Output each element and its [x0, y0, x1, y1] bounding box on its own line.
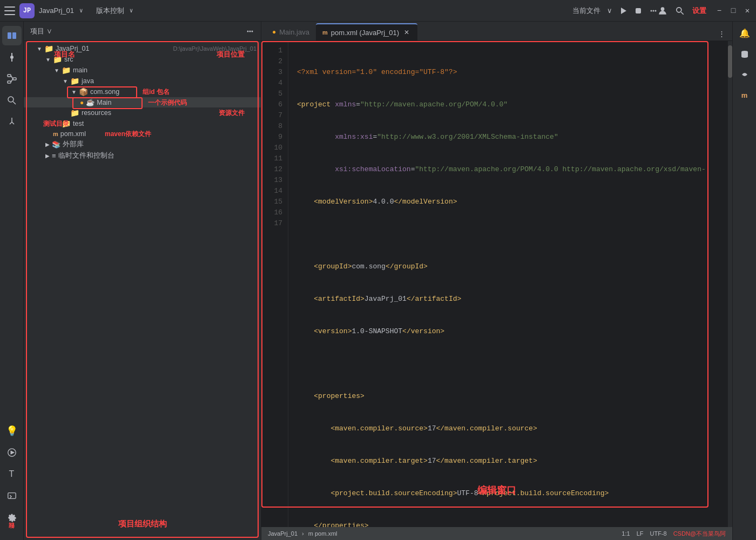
- search-icon[interactable]: [675, 6, 685, 16]
- svg-rect-15: [8, 81, 11, 83]
- hamburger-menu-icon[interactable]: [4, 6, 15, 15]
- title-bar-actions: 设置: [658, 6, 706, 16]
- sidebar-icons: 💡 T 控制台: [0, 22, 24, 540]
- minimize-button[interactable]: −: [715, 6, 724, 15]
- tab-pom-xml[interactable]: m pom.xml (JavaPrj_01) ✕: [316, 23, 417, 40]
- status-file-name: m pom.xml: [308, 530, 338, 537]
- status-watermark: CSDN@不当菜鸟阿: [673, 530, 726, 538]
- mini-scrollbar[interactable]: [728, 41, 732, 534]
- tree-item-resources[interactable]: 📁 resources 资源文件: [24, 107, 261, 118]
- profile-icon[interactable]: [658, 6, 667, 16]
- project-options-icon[interactable]: [246, 27, 254, 36]
- sidebar-item-structure[interactable]: [2, 69, 22, 89]
- svg-point-23: [247, 30, 249, 32]
- status-right: 1:1 LF UTF-8 CSDN@不当菜鸟阿: [622, 530, 726, 538]
- sidebar-bottom-section: 💡 T 控制台: [2, 421, 22, 540]
- close-button[interactable]: ✕: [743, 6, 752, 15]
- project-panel: 项目 ∨ ▼ 📁 JavaPrj_01 D:\javaPrj\JavaWeb\J…: [24, 22, 261, 540]
- sidebar-item-terminal[interactable]: [2, 486, 22, 505]
- current-file-dropdown[interactable]: ∨: [607, 6, 612, 15]
- sidebar-item-run-console[interactable]: [2, 443, 22, 462]
- tab-label-pom-xml: pom.xml (JavaPrj_01): [331, 29, 399, 37]
- right-panel: 🔔 m: [732, 22, 756, 540]
- sidebar-item-format[interactable]: T: [2, 464, 22, 484]
- svg-point-6: [677, 7, 681, 12]
- tree-item-external-libs[interactable]: ▶ 📚 外部库: [24, 139, 261, 150]
- run-icon[interactable]: [619, 6, 627, 15]
- settings-icon[interactable]: 设置: [692, 6, 706, 16]
- sidebar-item-git[interactable]: [2, 112, 22, 132]
- status-position: 1:1: [622, 530, 630, 537]
- project-panel-title: 项目 ∨: [30, 26, 241, 36]
- project-badge: JP: [19, 3, 35, 18]
- project-name-label: JavaPrj_01: [39, 6, 74, 15]
- tree-item-test[interactable]: 📁 test 测试目录: [24, 118, 261, 129]
- tree-item-main[interactable]: ▼ 📁 main: [24, 65, 261, 76]
- svg-point-5: [661, 7, 665, 11]
- code-content[interactable]: <?xml version="1.0" encoding="UTF-8"?> <…: [288, 41, 732, 534]
- vcs-label[interactable]: 版本控制: [96, 6, 124, 16]
- code-editor: 12345 678910 1112131415 1617 <?xml versi…: [261, 41, 732, 534]
- sidebar-item-project[interactable]: [2, 26, 22, 45]
- tab-more-button[interactable]: ⋮: [715, 28, 728, 40]
- mini-scrollbar-thumb[interactable]: [728, 45, 732, 78]
- tree-item-pom[interactable]: m pom.xml maven依赖文件: [24, 129, 261, 139]
- svg-rect-1: [636, 8, 641, 14]
- editor-tabs: ● Main.java m pom.xml (JavaPrj_01) ✕ ⋮: [261, 22, 732, 41]
- svg-point-4: [655, 10, 657, 11]
- svg-rect-8: [8, 32, 11, 39]
- tree-item-com-song[interactable]: ▼ 📦 com.song 组id 包名: [24, 86, 261, 97]
- svg-marker-21: [11, 451, 14, 454]
- tree-item-root-label: JavaPrj_01: [56, 45, 169, 52]
- console-label: 控制台: [5, 531, 18, 536]
- project-dropdown-icon[interactable]: ∨: [79, 7, 83, 14]
- maximize-button[interactable]: □: [729, 6, 738, 15]
- tree-item-root[interactable]: ▼ 📁 JavaPrj_01 D:\javaPrj\JavaWeb\JavaPr…: [24, 43, 261, 54]
- line-numbers: 12345 678910 1112131415 1617: [261, 41, 288, 534]
- notifications-icon[interactable]: 🔔: [737, 26, 752, 41]
- svg-marker-0: [621, 8, 626, 14]
- tree-item-java[interactable]: ▼ 📁 java: [24, 76, 261, 86]
- debug-icon[interactable]: [634, 6, 643, 15]
- svg-line-17: [11, 79, 13, 82]
- editor-area: ● Main.java m pom.xml (JavaPrj_01) ✕ ⋮ 1…: [261, 22, 732, 540]
- tab-icon-java: ●: [272, 28, 276, 36]
- main-layout: 💡 T 控制台 项目 ∨ ▼ 📁: [0, 22, 756, 540]
- project-panel-header: 项目 ∨: [24, 22, 261, 41]
- status-left: JavaPrj_01 › m pom.xml: [268, 530, 615, 537]
- gradle-icon[interactable]: [737, 67, 752, 82]
- sidebar-item-commit[interactable]: [2, 48, 22, 67]
- status-encoding: LF: [637, 530, 644, 537]
- svg-rect-9: [12, 32, 16, 39]
- title-bar-left: JP JavaPrj_01 ∨ 版本控制 ∨: [4, 3, 572, 18]
- vcs-dropdown-icon[interactable]: ∨: [130, 7, 133, 14]
- sidebar-item-settings-bottom[interactable]: [2, 508, 22, 527]
- window-controls: − □ ✕: [715, 6, 752, 15]
- svg-rect-22: [8, 493, 15, 499]
- svg-point-25: [252, 30, 253, 32]
- tree-item-temp[interactable]: ▶ ≡ 临时文件和控制台: [24, 150, 261, 161]
- status-charset: UTF-8: [650, 530, 666, 537]
- title-bar-center: 当前文件 ∨: [572, 6, 658, 16]
- svg-rect-14: [13, 78, 16, 80]
- svg-point-3: [653, 10, 654, 11]
- tab-label-main-java: Main.java: [279, 28, 309, 36]
- tab-close-pom[interactable]: ✕: [402, 28, 411, 37]
- database-icon[interactable]: [737, 46, 752, 62]
- status-project-path: JavaPrj_01: [268, 530, 298, 537]
- tab-icon-pom: m: [322, 29, 328, 36]
- maven-icon[interactable]: m: [737, 87, 752, 103]
- tree-item-main-class[interactable]: ● ☕ Main 一个示例代码: [24, 97, 261, 107]
- svg-point-2: [651, 10, 652, 11]
- tree-item-src[interactable]: ▼ 📁 src: [24, 54, 261, 65]
- svg-point-18: [8, 97, 14, 102]
- svg-point-24: [249, 30, 251, 32]
- sidebar-item-search[interactable]: [2, 91, 22, 110]
- svg-line-16: [11, 76, 13, 79]
- sidebar-item-build[interactable]: 💡: [2, 421, 22, 441]
- tab-main-java[interactable]: ● Main.java: [266, 23, 316, 40]
- more-icon[interactable]: [649, 6, 658, 15]
- current-file-label: 当前文件: [572, 6, 600, 16]
- svg-point-10: [10, 56, 14, 59]
- svg-line-19: [13, 102, 16, 104]
